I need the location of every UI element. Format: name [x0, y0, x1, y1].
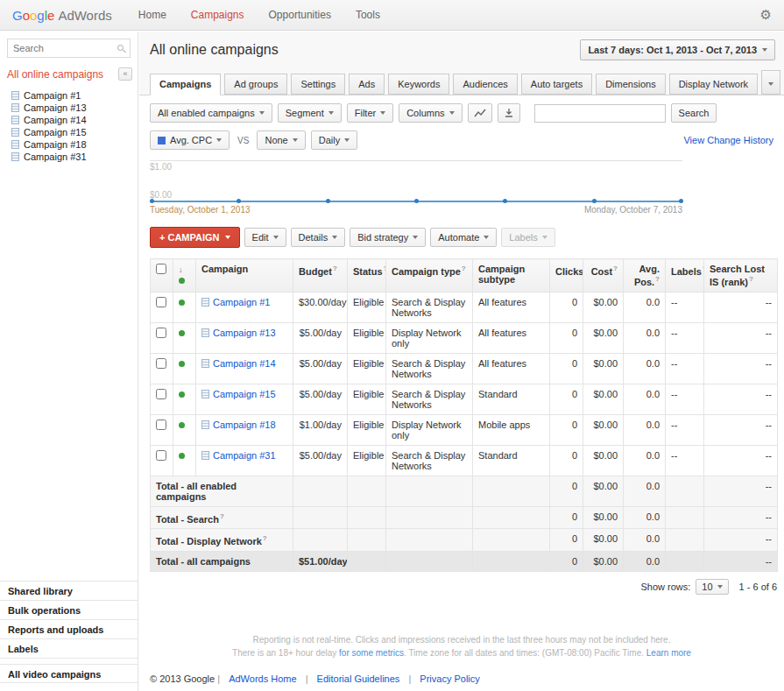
row-checkbox[interactable] — [156, 450, 166, 461]
nav-home[interactable]: Home — [138, 9, 166, 21]
granularity-dropdown[interactable]: Daily — [311, 130, 357, 150]
type-cell: Search & Display Networks — [386, 292, 473, 322]
bid-strategy-dropdown[interactable]: Bid strategy — [350, 228, 426, 247]
campaign-icon — [11, 152, 19, 161]
sidebar-item-reports-uploads[interactable]: Reports and uploads — [0, 619, 138, 638]
sidebar-campaign-31[interactable]: Campaign #31 — [11, 151, 138, 163]
cost-cell: $0.00 — [583, 322, 624, 353]
col-avg-pos[interactable]: Avg. Pos.? — [624, 259, 666, 293]
more-tabs-button[interactable] — [761, 70, 780, 95]
chart-point[interactable] — [326, 199, 330, 203]
tab-settings[interactable]: Settings — [291, 74, 345, 95]
sidebar-item-bulk-operations[interactable]: Bulk operations — [0, 600, 138, 619]
campaign-link[interactable]: Campaign #1 — [213, 297, 270, 307]
chart-point[interactable] — [414, 199, 419, 203]
nav-tools[interactable]: Tools — [356, 9, 380, 21]
download-button[interactable] — [498, 103, 520, 123]
chevron-down-icon — [542, 236, 547, 239]
sidebar-all-online-campaigns[interactable]: All online campaigns — [7, 68, 118, 81]
nav-campaigns[interactable]: Campaigns — [191, 9, 244, 21]
compare-metric-dropdown[interactable]: None — [257, 130, 305, 150]
campaign-link[interactable]: Campaign #18 — [213, 420, 276, 430]
footer-privacy-policy-link[interactable]: Privacy Policy — [420, 673, 479, 684]
budget-cell: $5.00/day — [293, 322, 348, 353]
status-cell: Eligible — [348, 353, 386, 384]
footer-editorial-guidelines-link[interactable]: Editorial Guidelines — [317, 673, 400, 684]
tab-bar: Campaigns Ad groups Settings Ads Keyword… — [139, 63, 784, 95]
campaign-link[interactable]: Campaign #13 — [213, 328, 276, 338]
col-search-lost-is[interactable]: Search Lost IS (rank)? — [704, 259, 778, 293]
search-button[interactable]: Search — [671, 103, 717, 123]
select-all-header[interactable] — [151, 259, 173, 293]
automate-dropdown[interactable]: Automate — [430, 228, 497, 247]
sidebar-search-input[interactable] — [7, 39, 131, 58]
view-filter-dropdown[interactable]: All enabled campaigns — [150, 103, 272, 123]
col-campaign-subtype[interactable]: Campaign subtype — [473, 259, 550, 293]
tab-campaigns[interactable]: Campaigns — [150, 74, 221, 95]
collapse-sidebar-button[interactable] — [118, 67, 132, 81]
sidebar-item-all-video-campaigns[interactable]: All video campaigns — [0, 664, 138, 683]
new-campaign-button[interactable]: + CAMPAIGN — [150, 227, 240, 248]
columns-dropdown[interactable]: Columns — [399, 103, 462, 123]
tab-ad-groups[interactable]: Ad groups — [224, 74, 287, 95]
segment-dropdown[interactable]: Segment — [278, 103, 342, 123]
col-labels[interactable]: Labels? — [666, 259, 704, 293]
campaign-link[interactable]: Campaign #15 — [213, 389, 276, 399]
chevron-down-icon — [768, 82, 773, 86]
filter-dropdown[interactable]: Filter — [347, 103, 393, 123]
status-enabled-icon — [179, 330, 185, 336]
col-status[interactable]: Status? — [348, 259, 386, 293]
col-clicks[interactable]: Clicks? — [550, 259, 583, 293]
col-budget[interactable]: Budget? — [293, 259, 348, 293]
chart-point[interactable] — [503, 199, 507, 203]
chart-point[interactable] — [237, 199, 241, 203]
page-size-select[interactable]: 10 — [696, 579, 728, 595]
edit-dropdown[interactable]: Edit — [244, 228, 286, 247]
labels-dropdown[interactable]: Labels — [501, 228, 554, 247]
footer-adwords-home-link[interactable]: AdWords Home — [229, 673, 296, 684]
details-dropdown[interactable]: Details — [291, 228, 346, 247]
tab-ads[interactable]: Ads — [349, 74, 385, 95]
row-checkbox[interactable] — [156, 420, 166, 430]
sidebar-campaign-14[interactable]: Campaign #14 — [11, 114, 138, 126]
sidebar-item-labels[interactable]: Labels — [0, 638, 138, 658]
campaign-link[interactable]: Campaign #31 — [213, 450, 276, 461]
learn-more-link[interactable]: Learn more — [646, 648, 691, 658]
col-cost[interactable]: Cost? — [583, 259, 624, 293]
budget-cell: $5.00/day — [293, 353, 348, 384]
col-campaign-type[interactable]: Campaign type? — [386, 259, 473, 293]
nav-opportunities[interactable]: Opportunities — [269, 9, 331, 21]
table-row: Campaign #18 $1.00/day Eligible Display … — [151, 414, 778, 445]
sidebar-campaign-18[interactable]: Campaign #18 — [11, 138, 138, 151]
lost-is-cell: -- — [704, 292, 778, 322]
chart-point[interactable] — [679, 199, 683, 203]
col-campaign[interactable]: Campaign — [196, 259, 293, 293]
tab-dimensions[interactable]: Dimensions — [596, 74, 665, 95]
chart-point[interactable] — [150, 199, 154, 203]
gear-icon[interactable] — [760, 7, 772, 23]
campaign-link[interactable]: Campaign #14 — [213, 358, 276, 369]
tab-auto-targets[interactable]: Auto targets — [521, 74, 592, 95]
chart-point[interactable] — [592, 199, 597, 203]
status-sort-header[interactable] — [173, 259, 196, 293]
tab-display-network[interactable]: Display Network — [669, 74, 758, 95]
sidebar-item-shared-library[interactable]: Shared library — [0, 581, 138, 600]
toggle-graph-button[interactable] — [468, 103, 492, 123]
help-icon: ? — [220, 512, 224, 520]
row-checkbox[interactable] — [156, 389, 166, 399]
tab-audiences[interactable]: Audiences — [453, 74, 517, 95]
row-checkbox[interactable] — [156, 328, 166, 338]
table-header-row: Campaign Budget? Status? Campaign type? … — [151, 259, 778, 293]
select-all-checkbox[interactable] — [156, 264, 166, 274]
date-range-button[interactable]: Last 7 days: Oct 1, 2013 - Oct 7, 2013 — [580, 39, 775, 60]
row-checkbox[interactable] — [156, 297, 166, 307]
view-change-history-link[interactable]: View Change History — [683, 135, 773, 145]
row-checkbox[interactable] — [156, 358, 166, 369]
sidebar-campaign-15[interactable]: Campaign #15 — [11, 126, 138, 138]
sidebar-campaign-1[interactable]: Campaign #1 — [11, 89, 138, 102]
sidebar-campaign-13[interactable]: Campaign #13 — [11, 102, 138, 114]
tab-keywords[interactable]: Keywords — [388, 74, 449, 95]
metric-dropdown[interactable]: Avg. CPC — [150, 130, 230, 150]
some-metrics-link[interactable]: for some metrics — [339, 648, 404, 658]
table-search-input[interactable] — [534, 104, 666, 123]
